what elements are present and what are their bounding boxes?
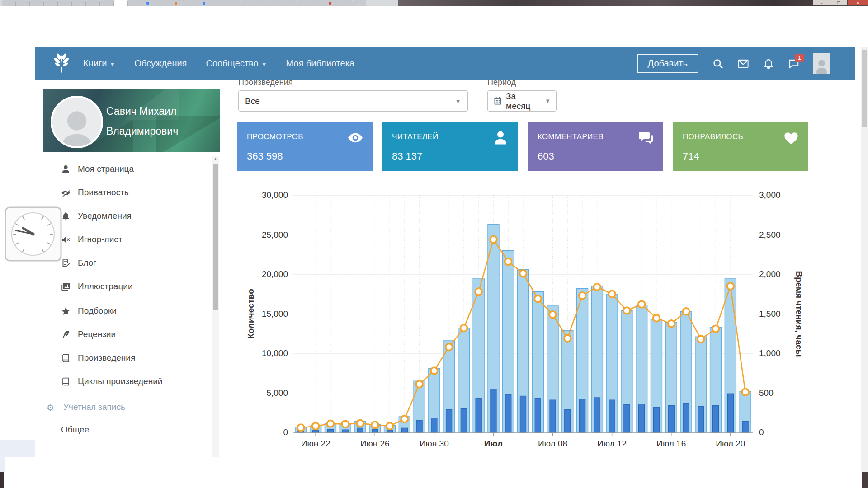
browser-tab[interactable] (352, 0, 366, 6)
stat-label: КОММЕНТАРИЕВ (538, 132, 604, 141)
sidebar-item-label: Моя страница (78, 164, 134, 174)
svg-text:Июл: Июл (484, 439, 503, 448)
chevron-down-icon: ▼ (455, 98, 461, 105)
sidebar-item-10[interactable]: Циклы произведений (61, 376, 162, 386)
sidebar-item-3[interactable]: Уведомления (61, 211, 132, 221)
sidebar-item-8[interactable]: Рецензии (61, 329, 116, 339)
heart-icon (783, 130, 799, 146)
chevron-down-icon: ▼ (545, 98, 551, 104)
scroll-up-icon[interactable]: ▲ (212, 157, 219, 161)
browser-tabs[interactable] (2, 0, 366, 6)
chevron-down-icon: ▼ (261, 61, 267, 68)
sidebar-item-label: Рецензии (78, 329, 116, 339)
svg-text:20,000: 20,000 (262, 269, 288, 279)
stat-card-likes: ПОНРАВИЛОСЬ 714 (673, 122, 808, 171)
browser-tab[interactable] (212, 0, 226, 6)
sidebar-item-4[interactable]: Игнор-лист (61, 235, 122, 244)
search-icon[interactable] (712, 58, 724, 70)
browser-tab[interactable] (184, 0, 198, 6)
profile-avatar[interactable] (51, 96, 103, 148)
svg-text:Время чтения, часы: Время чтения, часы (794, 271, 804, 357)
user-avatar[interactable] (813, 53, 830, 74)
window-maximize-button[interactable]: ❐ (830, 0, 847, 5)
desktop-clock-widget[interactable] (5, 206, 62, 262)
svg-text:5,000: 5,000 (266, 388, 288, 398)
stat-card-comments: КОММЕНТАРИЕВ 603 (528, 122, 663, 171)
browser-tab[interactable] (310, 0, 324, 6)
window-close-button[interactable]: ✕ (848, 0, 868, 5)
browser-tab[interactable] (2, 0, 16, 6)
sidebar-scrollbar[interactable]: ▲ (212, 156, 219, 457)
works-select[interactable]: Все ▼ (238, 90, 468, 112)
browser-tab[interactable] (226, 0, 240, 6)
svg-text:30,000: 30,000 (262, 190, 288, 200)
browser-tab[interactable] (72, 0, 86, 6)
browser-tab[interactable] (254, 0, 268, 6)
stat-value: 714 (683, 150, 699, 162)
browser-tab[interactable] (128, 0, 142, 6)
browser-tab[interactable] (30, 0, 44, 6)
stat-value: 603 (538, 150, 554, 162)
browser-tab[interactable] (142, 0, 156, 6)
svg-text:Июл 12: Июл 12 (597, 439, 627, 448)
browser-tab[interactable] (268, 0, 282, 6)
desktop-background-strip (398, 0, 868, 6)
browser-tab[interactable] (198, 0, 212, 6)
stat-label: ЧИТАТЕЛЕЙ (392, 132, 439, 141)
site-logo-icon[interactable] (50, 52, 73, 75)
browser-tab[interactable] (16, 0, 30, 6)
svg-text:1,000: 1,000 (759, 348, 781, 358)
browser-tab[interactable] (86, 0, 100, 6)
add-button[interactable]: Добавить (637, 54, 698, 73)
star-icon (61, 306, 71, 316)
works-select-value: Все (245, 96, 260, 106)
browser-tab[interactable] (156, 0, 170, 6)
page-scrollbar-thumb[interactable] (862, 50, 867, 127)
bell-icon[interactable] (763, 58, 774, 70)
sidebar-section-account[interactable]: ⚙Учетная запись (47, 402, 125, 412)
sidebar-item-general[interactable]: Общее (61, 425, 89, 435)
browser-tab[interactable] (100, 0, 114, 6)
nav-item-2[interactable]: Обсуждения (134, 58, 187, 69)
sidebar-scrollbar-thumb[interactable] (213, 164, 218, 310)
nav-item-3[interactable]: Сообщество▼ (206, 58, 267, 69)
browser-tab[interactable] (44, 0, 58, 6)
nav-item-1[interactable]: Книги▼ (83, 58, 115, 69)
nav-right-controls: Добавить 1 (637, 47, 830, 80)
chevron-down-icon: ▼ (109, 61, 115, 68)
sidebar-item-9[interactable]: Произведения (61, 353, 135, 363)
tab-favicon (146, 2, 149, 5)
stats-chart[interactable]: 05,00010,00015,00020,00025,00030,0000500… (237, 178, 808, 459)
nav-item-4[interactable]: Моя библиотека (286, 58, 354, 69)
profile-name: Савич Михаил Владимирович (106, 101, 178, 141)
svg-text:Количество: Количество (246, 289, 255, 339)
svg-text:2,000: 2,000 (759, 269, 781, 279)
browser-tab[interactable] (296, 0, 310, 6)
chat-badge: 1 (795, 54, 804, 62)
browser-tab[interactable] (324, 0, 338, 6)
profile-name-line1: Савич Михаил (106, 101, 178, 121)
svg-text:25,000: 25,000 (262, 230, 288, 239)
sidebar-item-7[interactable]: Подборки (61, 306, 117, 316)
period-value: За месяц (506, 91, 541, 111)
sidebar-item-1[interactable]: Моя страница (61, 164, 134, 174)
browser-tab[interactable] (338, 0, 352, 6)
sidebar-item-6[interactable]: Иллюстрации (61, 282, 133, 291)
book-icon (61, 353, 71, 363)
mail-icon[interactable] (737, 58, 749, 70)
browser-tab[interactable] (170, 0, 184, 6)
page-scrollbar[interactable] (861, 47, 868, 472)
window-minimize-button[interactable]: – (813, 0, 830, 5)
sidebar-item-label: Общее (61, 425, 89, 435)
browser-tab[interactable] (114, 0, 128, 6)
svg-text:Июн 26: Июн 26 (360, 439, 390, 448)
period-button[interactable]: За месяц ▼ (487, 90, 557, 112)
sidebar-item-5[interactable]: Блог (61, 258, 96, 268)
browser-tab[interactable] (240, 0, 254, 6)
browser-tab[interactable] (58, 0, 72, 6)
chat-icon[interactable]: 1 (788, 58, 800, 70)
sidebar-item-label: Подборки (78, 306, 117, 316)
volume-mute-icon (61, 235, 71, 244)
sidebar-item-2[interactable]: Приватность (61, 188, 129, 197)
browser-tab[interactable] (282, 0, 296, 6)
